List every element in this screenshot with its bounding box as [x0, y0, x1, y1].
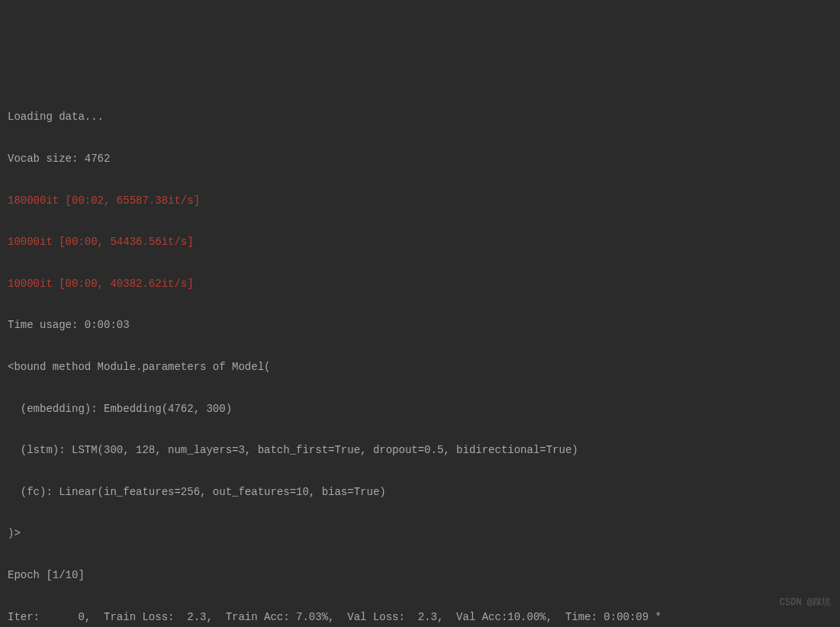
epoch1-text: Epoch [1/10]: [8, 565, 832, 586]
lstm-text: (lstm): LSTM(300, 128, num_layers=3, bat…: [8, 440, 832, 461]
loading-text: Loading data...: [8, 107, 832, 127]
progress-line-3: 10000it [00:00, 40382.62it/s]: [8, 274, 832, 294]
iteration-list: Iter: 0, Train Loss: 2.3, Train Acc: 7.0…: [8, 607, 832, 627]
vocab-text: Vocab size: 4762: [8, 149, 832, 169]
model-open-text: <bound method Module.parameters of Model…: [8, 357, 832, 378]
terminal-output: Loading data... Vocab size: 4762 180000i…: [8, 86, 832, 627]
progress-line-1: 180000it [00:02, 65587.38it/s]: [8, 191, 832, 211]
iter-line: Iter: 0, Train Loss: 2.3, Train Acc: 7.0…: [8, 607, 832, 627]
model-close-text: )>: [8, 523, 832, 544]
watermark-text: CSDN @踩坑: [780, 594, 831, 612]
embedding-text: (embedding): Embedding(4762, 300): [8, 399, 832, 420]
time-usage-text: Time usage: 0:00:03: [8, 315, 832, 336]
fc-text: (fc): Linear(in_features=256, out_featur…: [8, 482, 832, 503]
progress-line-2: 10000it [00:00, 54436.56it/s]: [8, 232, 832, 252]
